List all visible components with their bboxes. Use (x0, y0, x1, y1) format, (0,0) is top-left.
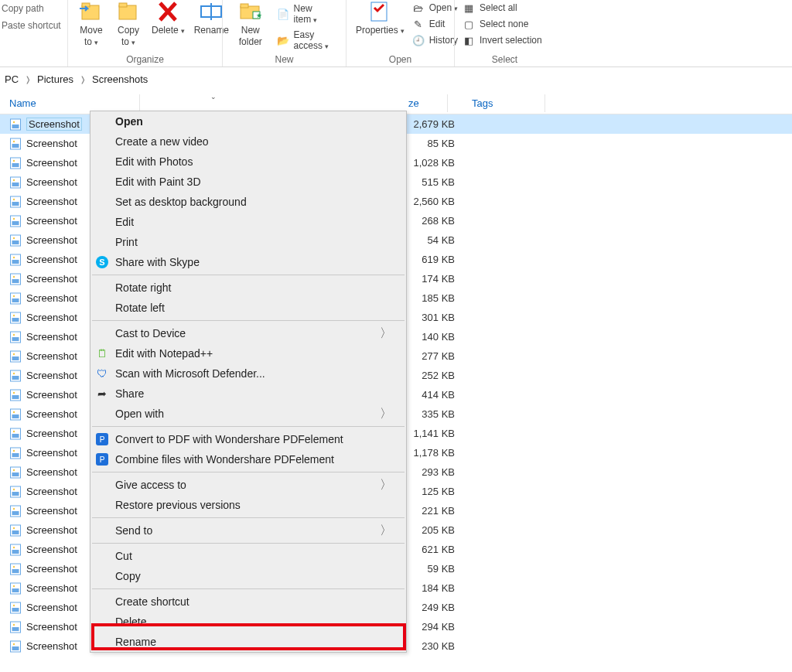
context-item-rotate-right[interactable]: Rotate right (90, 278, 406, 298)
column-header-name[interactable]: Name (9, 97, 218, 109)
context-item-open[interactable]: Open (90, 111, 406, 131)
new-folder-button[interactable]: ★ New folder (227, 0, 274, 48)
svg-rect-75 (12, 530, 19, 534)
image-file-icon (9, 157, 22, 169)
file-size: 515 KB (408, 176, 540, 188)
svg-rect-78 (12, 550, 19, 554)
ribbon-select-caption: Select (459, 54, 550, 67)
context-item-set-as-desktop-background[interactable]: Set as desktop background (90, 192, 406, 212)
image-file-icon (9, 602, 22, 614)
rename-icon (197, 0, 225, 25)
context-item-label: Rename (115, 636, 156, 648)
delete-button[interactable]: Delete (147, 0, 189, 36)
svg-point-76 (13, 527, 15, 528)
image-file-icon (9, 254, 22, 266)
context-item-copy[interactable]: Copy (90, 566, 406, 586)
svg-rect-2 (119, 5, 136, 19)
file-name: Screenshot (26, 389, 77, 401)
file-name: Screenshot (26, 602, 77, 613)
context-item-create-shortcut[interactable]: Create shortcut (90, 592, 406, 612)
context-item-restore-previous-versions[interactable]: Restore previous versions (90, 495, 406, 515)
image-file-icon (9, 466, 22, 479)
context-item-give-access-to[interactable]: Give access to〉 (90, 475, 406, 495)
context-item-edit-with-notepad[interactable]: 🗒Edit with Notepad++ (90, 343, 406, 363)
svg-rect-24 (12, 202, 19, 206)
svg-point-85 (13, 585, 15, 586)
context-separator (92, 472, 405, 472)
image-file-icon (9, 234, 22, 247)
file-name: Screenshot (26, 138, 77, 149)
context-item-send-to[interactable]: Send to〉 (90, 520, 406, 541)
paste-shortcut-button[interactable]: Paste shortcut (0, 19, 67, 36)
file-size: 301 KB (408, 312, 540, 323)
context-item-convert-to-pdf-with-wondershare-pdfelement[interactable]: PConvert to PDF with Wondershare PDFelem… (90, 429, 406, 449)
crumb-pictures[interactable]: Pictures (37, 73, 73, 85)
svg-point-79 (13, 546, 15, 547)
copy-to-button[interactable]: Copy to (110, 0, 147, 48)
context-item-label: Set as desktop background (115, 196, 247, 208)
context-separator (92, 543, 405, 544)
context-item-cast-to-device[interactable]: Cast to Device〉 (90, 323, 406, 343)
context-item-print[interactable]: Print (90, 232, 406, 252)
properties-button[interactable]: Properties (351, 0, 409, 36)
context-item-cut[interactable]: Cut (90, 546, 406, 566)
context-item-rename[interactable]: Rename (90, 632, 406, 652)
image-file-icon (9, 176, 22, 189)
file-size: 621 KB (408, 544, 540, 555)
open-button[interactable]: 🗁 Open (409, 0, 461, 15)
edit-icon: ✎ (412, 18, 425, 30)
svg-rect-27 (12, 221, 19, 225)
context-item-open-with[interactable]: Open with〉 (90, 404, 406, 424)
context-item-scan-with-microsoft-defender[interactable]: 🛡Scan with Microsoft Defender... (90, 363, 406, 384)
context-item-label: Restore previous versions (115, 499, 241, 511)
select-none-button[interactable]: ▢ Select none (459, 16, 545, 32)
context-item-label: Share (115, 387, 144, 400)
new-item-button[interactable]: 📄 New item (274, 2, 341, 26)
context-item-edit-with-paint-3d[interactable]: Edit with Paint 3D (90, 172, 406, 192)
copy-path-button[interactable]: Copy path (0, 2, 67, 19)
context-item-edit[interactable]: Edit (90, 212, 406, 232)
new-item-icon: 📄 (277, 8, 289, 20)
crumb-pc[interactable]: PC (5, 73, 19, 85)
image-file-icon (9, 196, 22, 208)
submenu-arrow-icon: 〉 (380, 406, 392, 422)
edit-button[interactable]: ✎ Edit (409, 16, 461, 32)
svg-rect-36 (12, 279, 19, 283)
svg-point-34 (13, 256, 15, 258)
file-name: Screenshot (26, 544, 77, 555)
context-item-share[interactable]: ➦Share (90, 384, 406, 404)
easy-access-button[interactable]: 📂 Easy access (274, 28, 341, 53)
history-button[interactable]: 🕘 History (409, 32, 461, 48)
column-header-size[interactable]: ze (408, 97, 419, 109)
breadcrumb[interactable]: PC ❭ Pictures ❭ Screenshots (0, 67, 792, 93)
svg-rect-10 (371, 2, 387, 21)
context-item-rotate-left[interactable]: Rotate left (90, 298, 406, 318)
svg-rect-72 (12, 511, 19, 515)
context-item-combine-files-with-wondershare-pdfelement[interactable]: PCombine files with Wondershare PDFeleme… (90, 449, 406, 469)
file-name: Screenshot (26, 331, 77, 343)
context-item-delete[interactable]: Delete (90, 612, 406, 632)
svg-rect-0 (82, 5, 99, 19)
context-item-share-with-skype[interactable]: SShare with Skype (90, 252, 406, 272)
context-separator (92, 588, 405, 589)
context-item-edit-with-photos[interactable]: Edit with Photos (90, 152, 406, 172)
move-to-button[interactable]: Move to (73, 0, 110, 48)
context-item-create-a-new-video[interactable]: Create a new video (90, 131, 406, 152)
history-icon: 🕘 (412, 34, 425, 46)
file-size: 54 KB (408, 234, 540, 246)
invert-selection-button[interactable]: ◧ Invert selection (459, 32, 545, 48)
svg-rect-54 (12, 395, 19, 399)
select-all-button[interactable]: ▦ Select all (459, 0, 545, 15)
notepad-icon: 🗒 (95, 346, 109, 360)
file-name: Screenshot (26, 215, 77, 227)
context-menu: OpenCreate a new videoEdit with PhotosEd… (90, 111, 407, 653)
svg-point-37 (13, 275, 15, 277)
column-header-tags[interactable]: Tags (472, 97, 493, 109)
context-item-label: Open with (115, 408, 164, 420)
file-size: 2,560 KB (408, 196, 540, 207)
svg-rect-42 (12, 318, 19, 322)
file-name: Screenshot (26, 524, 77, 536)
crumb-screenshots[interactable]: Screenshots (92, 73, 148, 85)
svg-rect-33 (12, 260, 19, 264)
image-file-icon (9, 524, 22, 537)
